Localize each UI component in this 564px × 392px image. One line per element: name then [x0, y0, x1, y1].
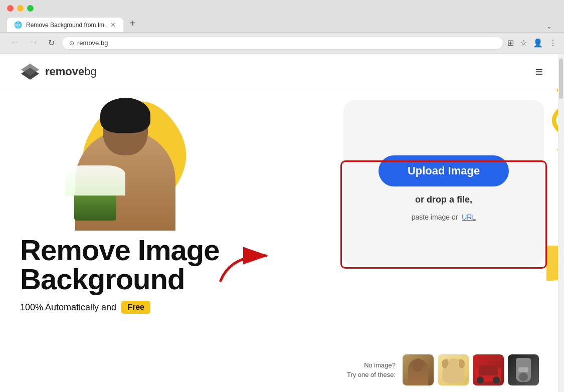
tab-close-btn[interactable]: ✕: [110, 21, 116, 29]
sample-images-section: No image? Try one of these:: [347, 354, 539, 385]
address-bar: ← → ↻ ⊙ remove.bg ⊞ ☆ 👤 ⋮: [0, 32, 564, 54]
main-content: Remove Image Background 100% Automatical…: [0, 95, 564, 314]
website-content: removebg ≡: [0, 54, 564, 392]
back-button[interactable]: ←: [7, 37, 22, 49]
tab-dropdown[interactable]: ⌄: [541, 23, 557, 32]
arrow-indicator: [211, 241, 276, 288]
upload-card: Upload Image or drop a file, paste image…: [343, 100, 544, 266]
lock-icon: ⊙: [69, 40, 74, 47]
hero-heading: Remove Image Background 100% Automatical…: [20, 236, 333, 314]
paste-row: paste image or URL: [412, 213, 476, 221]
logo[interactable]: removebg: [20, 63, 97, 81]
upload-section: Upload Image or drop a file, paste image…: [343, 100, 544, 266]
heading-line1: Remove Image Background: [20, 236, 333, 294]
subtext-row: 100% Automatically and Free: [20, 301, 333, 314]
hamburger-menu[interactable]: ≡: [535, 64, 544, 80]
site-navigation: removebg ≡: [0, 54, 564, 90]
browser-chrome: 🌐 Remove Background from Im... ✕ + ⌄ ← →…: [0, 0, 564, 54]
sample-thumb-2[interactable]: [438, 354, 469, 385]
url-bar[interactable]: ⊙ remove.bg: [62, 36, 503, 50]
drop-text: or drop a file,: [415, 194, 472, 205]
tab-bar: 🌐 Remove Background from Im... ✕ + ⌄: [7, 16, 557, 32]
hero-person-figure: [60, 95, 191, 231]
title-bar: 🌐 Remove Background from Im... ✕ + ⌄: [0, 0, 564, 32]
scrollbar-thumb[interactable]: [559, 59, 563, 99]
tab-title: Remove Background from Im...: [26, 22, 106, 29]
sample-thumb-4[interactable]: [508, 354, 539, 385]
new-tab-button[interactable]: +: [125, 16, 141, 31]
sample-thumb-1[interactable]: [403, 354, 434, 385]
traffic-light-close[interactable]: [7, 5, 14, 12]
hero-image-area: [20, 95, 221, 231]
menu-icon[interactable]: ⋮: [549, 38, 557, 48]
free-badge: Free: [121, 301, 150, 314]
toolbar-actions: ⊞ ☆ 👤 ⋮: [507, 38, 557, 48]
cast-icon[interactable]: ⊞: [507, 38, 514, 48]
sample-label: No image? Try one of these:: [347, 360, 396, 380]
subtext-prefix: 100% Automatically and: [20, 302, 116, 313]
logo-text: removebg: [45, 65, 97, 78]
sample-thumb-3[interactable]: [473, 354, 504, 385]
bookmark-icon[interactable]: ☆: [520, 38, 527, 48]
traffic-light-minimize[interactable]: [17, 5, 24, 12]
url-text: remove.bg: [77, 39, 496, 47]
left-content: Remove Image Background 100% Automatical…: [20, 95, 333, 314]
forward-button[interactable]: →: [26, 37, 41, 49]
logo-icon: [20, 63, 40, 81]
account-icon[interactable]: 👤: [533, 38, 543, 48]
paste-label: paste image or: [412, 213, 458, 221]
url-link[interactable]: URL: [462, 213, 476, 221]
scrollbar[interactable]: [558, 54, 564, 392]
tab-favicon: 🌐: [14, 21, 22, 29]
sample-thumbnails: [403, 354, 539, 385]
active-tab[interactable]: 🌐 Remove Background from Im... ✕: [7, 18, 123, 32]
reload-button[interactable]: ↻: [45, 37, 58, 49]
upload-image-button[interactable]: Upload Image: [379, 155, 509, 186]
traffic-light-maximize[interactable]: [27, 5, 34, 12]
